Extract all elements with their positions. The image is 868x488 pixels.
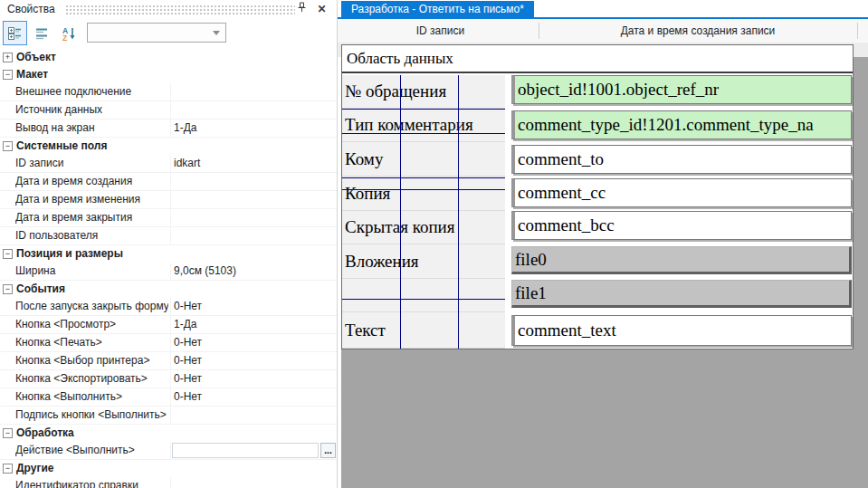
property-category-row[interactable]: +Объект — [0, 49, 337, 66]
ellipsis-button[interactable]: ... — [320, 443, 336, 458]
close-icon[interactable]: ✕ — [314, 2, 329, 16]
category-label: Системные поля — [16, 138, 107, 155]
column-divider — [170, 388, 171, 407]
collapse-icon[interactable]: − — [3, 70, 13, 80]
property-row[interactable]: Идентификатор справки — [0, 477, 337, 488]
list-icon — [34, 26, 49, 41]
designer-grid-hline — [342, 177, 505, 178]
column-divider — [170, 298, 171, 316]
property-value[interactable]: 0-Нет — [174, 352, 335, 368]
property-row[interactable]: Кнопка <Выбор принтера>0-Нет — [0, 352, 337, 370]
property-row[interactable]: Действие <Выполнить>... — [0, 442, 337, 460]
property-row[interactable]: Кнопка <Экспортировать>0-Нет — [0, 370, 337, 388]
alphabetical-view-button[interactable] — [30, 21, 54, 45]
property-grid: +Объект−МакетВнешнее подключениеИсточник… — [0, 49, 337, 488]
form-label-cell: Тип комментария — [342, 109, 505, 142]
sort-az-icon: A Z — [62, 26, 76, 41]
column-divider — [170, 191, 171, 209]
category-label: Другие — [16, 460, 53, 477]
chevron-down-icon — [213, 31, 220, 35]
collapse-icon[interactable]: − — [3, 428, 13, 438]
property-name: Дата и время закрытия — [15, 209, 168, 225]
column-divider — [170, 407, 171, 425]
band-title: Область данных — [347, 45, 453, 72]
property-row[interactable]: Подпись кнопки <Выполнить> — [0, 407, 337, 425]
column-divider — [170, 120, 171, 138]
property-name: Дата и время создания — [15, 173, 168, 189]
property-row[interactable]: Кнопка <Выполнить>0-Нет — [0, 388, 337, 407]
property-value[interactable]: idkart — [174, 155, 335, 171]
property-row[interactable]: Дата и время создания — [0, 173, 337, 191]
property-row[interactable]: Вывод на экран1-Да — [0, 120, 337, 138]
category-label: Позиция и размеры — [16, 245, 123, 263]
property-value[interactable]: 9,0см (5103) — [174, 263, 335, 279]
property-category-row[interactable]: −Обработка — [0, 425, 337, 442]
categorized-icon — [7, 26, 22, 41]
property-value[interactable]: 0-Нет — [174, 298, 335, 314]
property-value[interactable]: 1-Да — [174, 316, 335, 332]
form-field-comment_cc[interactable]: comment_cc — [511, 178, 852, 207]
column-header-record-created[interactable]: Дата и время создания записи — [539, 19, 857, 43]
column-divider — [170, 155, 171, 173]
property-row[interactable]: Кнопка <Печать>0-Нет — [0, 334, 337, 352]
design-surface: Область данных № обращенияТип комментари… — [341, 44, 854, 349]
form-field-object_id!1001.object_ref_nr[interactable]: object_id!1001.object_ref_nr — [511, 75, 852, 104]
category-label: Макет — [16, 66, 48, 83]
form-label-cell: Текст — [342, 312, 505, 349]
form-label-cell: Скрытая копия — [342, 211, 505, 244]
property-name: Внешнее подключение — [15, 83, 168, 100]
categorized-view-button[interactable] — [3, 21, 27, 45]
property-name: Подпись кнопки <Выполнить> — [15, 407, 168, 423]
property-name: ID пользователя — [15, 227, 168, 244]
form-field-comment_type_id!1201.comment_type_na[interactable]: comment_type_id!1201.comment_type_na — [511, 110, 852, 139]
object-selector-combobox[interactable] — [87, 23, 226, 43]
column-divider — [170, 334, 171, 352]
form-field-comment_bcc[interactable]: comment_bcc — [511, 211, 852, 240]
tab-development-reply-letter[interactable]: Разработка - Ответить на письмо* — [341, 1, 534, 17]
property-category-row[interactable]: −Системные поля — [0, 138, 337, 155]
form-field-file0[interactable]: file0 — [511, 246, 852, 274]
sort-az-button[interactable]: A Z — [57, 21, 81, 45]
property-value-editor[interactable] — [172, 443, 319, 458]
designer-workspace: Разработка - Ответить на письмо* ID запи… — [338, 0, 868, 488]
column-header-record-id[interactable]: ID записи — [342, 19, 539, 43]
property-name: Вывод на экран — [15, 120, 168, 136]
property-row[interactable]: ID пользователя — [0, 227, 337, 245]
property-row[interactable]: Источник данных — [0, 101, 337, 120]
property-name: Действие <Выполнить> — [15, 442, 168, 458]
property-row[interactable]: Кнопка <Просмотр>1-Да — [0, 316, 337, 334]
form-field-comment_to[interactable]: comment_to — [511, 145, 852, 174]
pin-icon[interactable] — [294, 2, 310, 16]
data-band-header[interactable]: Область данных — [342, 45, 853, 73]
property-row[interactable]: Ширина9,0см (5103) — [0, 263, 337, 281]
property-category-row[interactable]: −Позиция и размеры — [0, 245, 337, 263]
property-name: Кнопка <Экспортировать> — [15, 370, 168, 387]
property-row[interactable]: После запуска закрыть форму0-Нет — [0, 298, 337, 316]
form-label-cell — [342, 279, 505, 312]
property-value[interactable]: 0-Нет — [174, 334, 335, 350]
property-category-row[interactable]: −События — [0, 281, 337, 298]
designer-grid-hline — [342, 299, 505, 300]
property-row[interactable]: Дата и время изменения — [0, 191, 337, 209]
form-field-comment_text[interactable]: comment_text — [511, 315, 852, 346]
property-value[interactable]: 1-Да — [174, 120, 335, 136]
collapse-icon[interactable]: − — [3, 141, 13, 151]
designer-grid-hline — [342, 133, 505, 134]
collapse-icon[interactable]: − — [3, 249, 13, 259]
property-row[interactable]: Дата и время закрытия — [0, 209, 337, 227]
property-row[interactable]: Внешнее подключение — [0, 83, 337, 101]
form-field-file1[interactable]: file1 — [511, 280, 852, 308]
property-value[interactable]: 0-Нет — [174, 388, 335, 405]
column-divider — [170, 316, 171, 334]
property-name: Кнопка <Выполнить> — [15, 388, 168, 405]
tab-strip: Разработка - Ответить на письмо* — [338, 0, 868, 17]
property-row[interactable]: ID записиidkart — [0, 155, 337, 173]
expand-icon[interactable]: + — [3, 53, 13, 62]
property-category-row[interactable]: −Другие — [0, 460, 337, 477]
collapse-icon[interactable]: − — [3, 464, 13, 474]
property-category-row[interactable]: −Макет — [0, 66, 337, 83]
designer-grid-hline — [342, 189, 505, 190]
category-label: Объект — [16, 49, 56, 66]
property-value[interactable]: 0-Нет — [174, 370, 335, 387]
collapse-icon[interactable]: − — [3, 284, 13, 294]
